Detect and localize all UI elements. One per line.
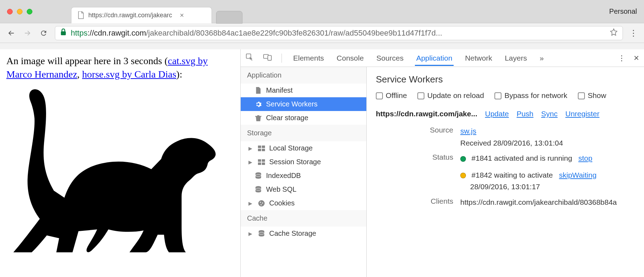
show-checkbox[interactable]: Show [578,91,606,100]
svg-rect-3 [268,55,271,60]
svg-rect-6 [258,149,261,151]
status-dot-green-icon [460,156,466,162]
bypass-checkbox[interactable]: Bypass for network [494,91,567,100]
sw-source-label: Source [376,125,453,134]
close-window-button[interactable] [7,9,13,14]
devtools-tabs: Elements Console Sources Application Net… [241,49,644,67]
cat-image [6,83,217,252]
sw-scope-row: https://cdn.rawgit.com/jake... Update Pu… [376,110,635,118]
svg-point-19 [261,204,262,205]
content: An image will appear here in 3 seconds (… [0,49,644,277]
url-scheme: https [71,29,88,37]
sw-status-sub: 28/09/2016, 13:01:17 [470,183,540,191]
cookie-icon [258,200,265,207]
page-paragraph: An image will appear here in 3 seconds (… [6,54,234,81]
expand-icon: ▶ [248,159,252,165]
sidebar-item-local-storage[interactable]: ▶ Local Storage [241,141,366,155]
window-title-bar: https://cdn.rawgit.com/jakearc × Persona… [0,0,644,23]
sw-unregister-link[interactable]: Unregister [566,110,600,118]
offline-checkbox[interactable]: Offline [376,91,407,100]
svg-rect-9 [262,159,265,162]
table-icon [258,159,265,166]
sidebar-item-label: Cookies [269,199,295,207]
sw-skipwaiting-link[interactable]: skipWaiting [559,171,597,179]
page-text-suffix: ): [176,69,182,80]
svg-point-18 [262,202,263,203]
devtools-sidebar: Application Manifest Service Workers Cle… [241,67,367,277]
tab-elements[interactable]: Elements [292,50,326,66]
inspect-element-icon[interactable] [246,53,253,63]
browser-tab[interactable]: https://cdn.rawgit.com/jakearc × [71,7,212,23]
tab-overflow[interactable]: » [538,50,545,66]
profile-label[interactable]: Personal [609,7,637,16]
sidebar-item-label: IndexedDB [266,172,301,180]
sw-source-received: Received 28/09/2016, 13:01:04 [460,139,563,147]
devtools-close-button[interactable]: × [634,53,639,63]
devtools-menu-button[interactable]: ⋮ [618,54,625,62]
sw-status-entry: #1842 waiting to activate skipWaiting 28… [460,169,635,193]
sw-table: Source sw.js Received 28/09/2016, 13:01:… [376,125,635,208]
sw-stop-link[interactable]: stop [578,154,592,162]
sidebar-item-session-storage[interactable]: ▶ Session Storage [241,155,366,169]
database-icon [255,186,262,193]
trash-icon [255,115,262,122]
tab-layers[interactable]: Layers [503,50,528,66]
sidebar-item-websql[interactable]: Web SQL [241,183,366,196]
url-host: ://cdn.rawgit.com [88,29,146,37]
sidebar-item-label: Cache Storage [269,229,316,238]
sidebar-item-manifest[interactable]: Manifest [241,84,366,97]
sidebar-section-cache: Cache [241,210,366,227]
horse-svg-link[interactable]: horse.svg by Carla Dias [82,69,176,80]
bookmark-star-icon[interactable] [610,28,618,38]
tab-sources[interactable]: Sources [375,50,405,66]
table-icon [258,145,265,152]
sidebar-item-clear-storage[interactable]: Clear storage [241,111,366,125]
page-text-prefix: An image will appear here in 3 seconds ( [6,55,168,66]
sidebar-item-label: Session Storage [269,158,321,166]
url-text: https://cdn.rawgit.com/jakearchibald/803… [71,29,442,38]
gear-icon [255,101,262,108]
expand-icon: ▶ [248,146,252,151]
menu-button[interactable]: ⋮ [629,28,638,38]
sw-push-link[interactable]: Push [517,110,533,118]
device-toggle-icon[interactable] [263,53,272,63]
sidebar-item-label: Manifest [266,86,293,94]
svg-rect-5 [262,146,265,148]
new-tab-button[interactable] [216,11,242,24]
sw-status-entry: #1841 activated and is running stop [460,152,635,164]
sidebar-item-label: Local Storage [269,144,312,152]
reload-button[interactable] [39,28,49,38]
sw-scope: https://cdn.rawgit.com/jake... [376,110,477,118]
file-icon [255,87,262,94]
database-icon [255,172,262,179]
lock-icon [60,29,67,38]
sidebar-item-cookies[interactable]: ▶ Cookies [241,196,366,210]
update-on-reload-checkbox[interactable]: Update on reload [417,91,484,100]
sw-status-text: #1842 waiting to activate [472,171,553,179]
svg-rect-10 [258,162,261,165]
file-icon [78,12,85,19]
tab-application[interactable]: Application [415,50,454,66]
sw-sync-link[interactable]: Sync [541,110,558,118]
expand-icon: ▶ [248,201,252,206]
address-bar[interactable]: https://cdn.rawgit.com/jakearchibald/803… [55,26,623,40]
back-button[interactable] [6,28,16,38]
forward-button[interactable] [23,28,32,38]
url-path: /jakearchibald/80368b84ac1ae8e229fc90b3f… [146,29,442,37]
sw-status-label: Status [376,152,453,161]
sw-source-value: sw.js Received 28/09/2016, 13:01:04 [460,125,635,149]
devtools: Elements Console Sources Application Net… [241,49,644,277]
tab-console[interactable]: Console [335,50,365,66]
close-tab-button[interactable]: × [180,11,184,19]
checkbox-row: Offline Update on reload Bypass for netw… [376,91,635,100]
sw-source-file-link[interactable]: sw.js [460,127,476,135]
maximize-window-button[interactable] [27,9,32,14]
tab-title: https://cdn.rawgit.com/jakearc [88,12,172,19]
sidebar-item-service-workers[interactable]: Service Workers [241,97,366,111]
sw-update-link[interactable]: Update [485,110,509,118]
database-icon [258,230,265,237]
tab-network[interactable]: Network [463,50,493,66]
sidebar-item-indexeddb[interactable]: IndexedDB [241,169,366,183]
minimize-window-button[interactable] [17,9,23,14]
sidebar-item-cache-storage[interactable]: ▶ Cache Storage [241,227,366,240]
